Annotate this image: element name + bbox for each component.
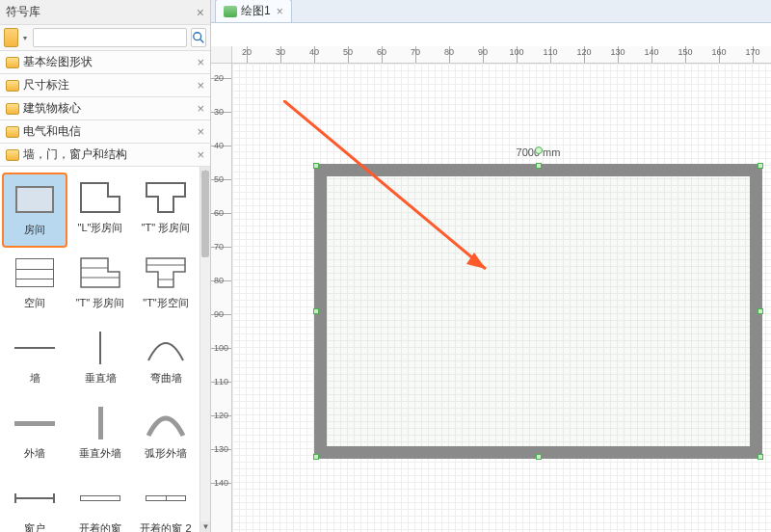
close-icon[interactable]: × xyxy=(197,101,204,116)
panel-title: 符号库 xyxy=(6,4,40,20)
library-dropdown-icon[interactable]: ▾ xyxy=(22,28,29,47)
shape-label: 房间 xyxy=(24,223,45,237)
document-icon xyxy=(224,6,237,17)
category-label: 建筑物核心 xyxy=(23,100,81,117)
shape-label: 窗户 xyxy=(24,521,45,532)
close-icon[interactable]: × xyxy=(197,147,204,162)
library-icon[interactable] xyxy=(4,28,18,47)
room-wall xyxy=(314,164,762,459)
exterior-wall-icon xyxy=(14,421,55,426)
symbol-library-panel: 符号库 × ▾ 基本绘图形状 × 尺寸标注 × 建筑物核心 × 电气和电信 × xyxy=(0,0,211,532)
folder-icon xyxy=(6,149,19,161)
shape-label: 墙 xyxy=(30,371,40,386)
vertical-exterior-wall-icon xyxy=(98,407,103,439)
shape-label: "L"形房间 xyxy=(78,221,123,235)
shape-label: 垂直外墙 xyxy=(79,446,121,461)
arc-wall-icon xyxy=(145,407,187,439)
shape-t-room-2[interactable]: "T" 形房间 xyxy=(67,248,133,323)
shape-label: 开着的窗 2 xyxy=(140,521,191,532)
horizontal-ruler: 2030405060708090100110120130140150160170 xyxy=(232,46,771,64)
close-icon[interactable]: × xyxy=(197,5,204,20)
category-label: 尺寸标注 xyxy=(23,77,69,93)
shape-label: "T" 形房间 xyxy=(76,296,125,310)
window-icon xyxy=(14,496,55,500)
category-label: 电气和电信 xyxy=(23,123,81,140)
close-icon[interactable]: × xyxy=(197,124,204,139)
panel-header: 符号库 × xyxy=(0,0,210,25)
resize-handle[interactable] xyxy=(758,308,763,314)
close-icon[interactable]: × xyxy=(277,5,283,18)
scroll-down-icon[interactable]: ▼ xyxy=(200,521,210,532)
category-label: 墙，门，窗户和结构 xyxy=(23,146,127,163)
shape-t-space[interactable]: "T"形空间 xyxy=(133,248,199,323)
wall-icon xyxy=(14,347,55,349)
folder-icon xyxy=(6,80,19,92)
resize-handle[interactable] xyxy=(313,163,319,169)
canvas-area: 绘图1 × 2030405060708090100110120130140150… xyxy=(211,0,771,532)
shape-open-window-2[interactable]: 开着的窗 2 xyxy=(133,473,199,532)
scrollbar[interactable]: ▲ ▼ xyxy=(199,167,210,532)
document-tabs: 绘图1 × xyxy=(211,0,771,23)
scroll-thumb[interactable] xyxy=(201,171,209,257)
search-button[interactable] xyxy=(191,28,206,47)
shape-t-room[interactable]: "T" 形房间 xyxy=(133,173,199,248)
resize-handle[interactable] xyxy=(758,163,763,169)
shape-arc-exterior-wall[interactable]: 弧形外墙 xyxy=(133,398,199,473)
shape-grid: 房间 "L"形房间 "T" 形房间 空间 "T" 形房间 xyxy=(0,167,200,532)
category-building-core[interactable]: 建筑物核心 × xyxy=(0,97,210,120)
canvas-wrap: 2030405060708090100110120130140150160170… xyxy=(211,23,771,532)
shape-label: 开着的窗 xyxy=(79,521,121,532)
shape-wall[interactable]: 墙 xyxy=(2,323,67,398)
shape-label: 弯曲墙 xyxy=(150,371,182,386)
shape-label: 垂直墙 xyxy=(85,371,117,386)
l-room-icon xyxy=(79,181,121,214)
shape-l-room[interactable]: "L"形房间 xyxy=(67,173,133,248)
category-dimensions[interactable]: 尺寸标注 × xyxy=(0,74,210,97)
l-room2-icon xyxy=(79,256,121,289)
vertical-ruler: 2030405060708090100110120130140 xyxy=(211,64,232,532)
curved-wall-icon xyxy=(145,332,187,364)
shape-space[interactable]: 空间 xyxy=(2,248,67,323)
folder-icon xyxy=(6,126,19,138)
shape-label: 空间 xyxy=(24,296,45,310)
shape-vertical-wall[interactable]: 垂直墙 xyxy=(67,323,133,398)
resize-handle[interactable] xyxy=(313,454,319,460)
search-row: ▾ xyxy=(0,25,210,51)
resize-handle[interactable] xyxy=(758,454,763,460)
close-icon[interactable]: × xyxy=(197,55,204,69)
resize-handle[interactable] xyxy=(536,163,542,169)
close-icon[interactable]: × xyxy=(197,78,204,93)
t-space-icon xyxy=(145,256,187,289)
svg-point-0 xyxy=(194,33,201,40)
tab-drawing1[interactable]: 绘图1 × xyxy=(215,0,292,22)
ruler-corner xyxy=(211,46,232,64)
category-basic-shapes[interactable]: 基本绘图形状 × xyxy=(0,51,210,74)
shape-panel: 房间 "L"形房间 "T" 形房间 空间 "T" 形房间 xyxy=(0,167,210,532)
resize-handle[interactable] xyxy=(536,454,542,460)
category-electrical[interactable]: 电气和电信 × xyxy=(0,120,210,144)
svg-line-1 xyxy=(200,40,204,43)
search-icon xyxy=(192,31,205,44)
rotate-handle[interactable] xyxy=(535,146,543,154)
app-root: 符号库 × ▾ 基本绘图形状 × 尺寸标注 × 建筑物核心 × 电气和电信 × xyxy=(0,0,771,532)
open-window-2-icon xyxy=(146,495,186,501)
folder-icon xyxy=(6,57,19,68)
shape-open-window[interactable]: 开着的窗 xyxy=(67,473,133,532)
room-shape[interactable] xyxy=(314,164,762,459)
t-room-icon xyxy=(145,181,187,214)
shape-label: 弧形外墙 xyxy=(145,446,187,461)
vertical-wall-icon xyxy=(99,332,101,364)
open-window-icon xyxy=(80,495,120,501)
drawing-canvas[interactable]: 7000 mm 4300 mm xyxy=(232,64,771,532)
search-input[interactable] xyxy=(33,28,187,47)
space-icon xyxy=(15,258,54,287)
shape-exterior-wall[interactable]: 外墙 xyxy=(2,398,67,473)
tab-label: 绘图1 xyxy=(241,3,271,19)
resize-handle[interactable] xyxy=(313,308,319,314)
shape-vertical-exterior-wall[interactable]: 垂直外墙 xyxy=(67,398,133,473)
shape-label: 外墙 xyxy=(24,446,45,461)
category-walls-doors-windows[interactable]: 墙，门，窗户和结构 × xyxy=(0,144,210,167)
shape-room[interactable]: 房间 xyxy=(2,173,67,248)
shape-window[interactable]: 窗户 xyxy=(2,473,67,532)
shape-curved-wall[interactable]: 弯曲墙 xyxy=(133,323,199,398)
